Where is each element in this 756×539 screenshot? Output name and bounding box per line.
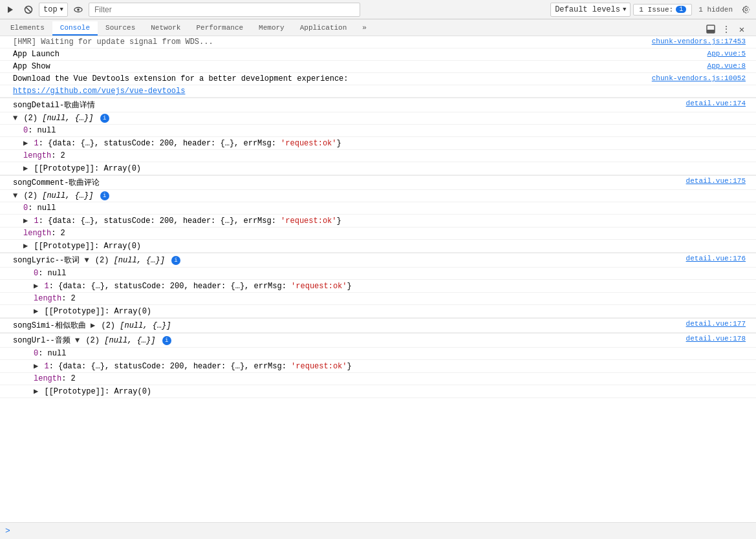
console-row-sd-0: 0: null [0, 125, 756, 137]
eye-button[interactable] [70, 3, 86, 17]
song-comment-arr-vals: [null, {…}] [42, 191, 93, 200]
issue-badge[interactable]: 1 Issue: 1 [633, 4, 692, 16]
filter-input[interactable] [89, 3, 360, 17]
su-length-key: length [34, 374, 61, 383]
su-proto-expand[interactable]: ▶ [34, 387, 38, 396]
sd-length-colon: : 2 [51, 151, 65, 160]
sd-1-expand[interactable]: ▶ [23, 139, 28, 148]
svg-rect-6 [707, 30, 715, 33]
svg-marker-0 [8, 6, 13, 13]
sl-1-expand[interactable]: ▶ [34, 282, 38, 291]
console-content-sc-1: ▶ 1: {data: {…}, statusCode: 200, header… [21, 216, 733, 226]
song-url-expand[interactable]: ▼ [75, 336, 80, 345]
console-row-song-detail-label: songDetail-歌曲详情 detail.vue:174 [0, 98, 756, 112]
console-row-sc-proto: ▶ [[Prototype]]: Array(0) [0, 240, 756, 253]
console-row-sc-0: 0: null [0, 202, 756, 215]
console-content-song-lyric-label: songLyric--歌词 ▼ (2) [null, {…}] i [10, 255, 673, 266]
hmr-source[interactable]: chunk-vendors.js:17453 [639, 37, 756, 45]
console-content-sl-0: 0: null [31, 269, 733, 278]
console-row-sc-length: length: 2 [0, 227, 756, 240]
tab-console[interactable]: Console [52, 21, 98, 36]
tab-more[interactable]: » [354, 21, 374, 36]
console-row-hmr: [HMR] Waiting for update signal from WDS… [0, 36, 756, 48]
console-row-song-url-label: songUrl--音频 ▼ (2) [null, {…}] i detail.v… [0, 333, 756, 348]
app-launch-source[interactable]: App.vue:5 [695, 50, 756, 58]
app-show-text: App Show [13, 62, 50, 71]
hmr-text: [HMR] Waiting for update signal from WDS… [13, 37, 213, 47]
song-lyric-source[interactable]: detail.vue:176 [673, 255, 756, 262]
song-detail-arr-text: (2) [23, 114, 42, 123]
console-row-app-show: App Show App.vue:8 [0, 61, 756, 73]
console-content-song-comment-label: songComment-歌曲评论 [10, 177, 673, 188]
console-content-sl-length: length: 2 [31, 294, 733, 303]
devtools-text: Download the Vue Devtools extension for … [13, 74, 348, 83]
song-simi-source[interactable]: detail.vue:177 [673, 320, 756, 328]
sd-1-text: 1: {data: {…}, statusCode: 200, header: … [34, 139, 341, 148]
console-content-app-show: App Show [10, 62, 695, 71]
song-comment-label-source[interactable]: detail.vue:175 [673, 177, 756, 185]
settings-button[interactable] [739, 3, 753, 17]
song-detail-arr-vals: [null, {…}] [42, 114, 93, 123]
console-content-sl-proto: ▶ [[Prototype]]: Array(0) [31, 306, 733, 316]
sc-1-text: 1: {data: {…}, statusCode: 200, header: … [34, 217, 341, 226]
app-show-source[interactable]: App.vue:8 [695, 62, 756, 70]
su-length-val: : 2 [61, 374, 76, 383]
sc-length-val: : 2 [51, 229, 65, 238]
song-lyric-expand[interactable]: ▼ [84, 256, 89, 265]
song-url-info-icon[interactable]: i [162, 336, 171, 345]
sl-proto-expand[interactable]: ▶ [34, 307, 38, 316]
tab-application[interactable]: Application [292, 21, 355, 36]
tab-performance[interactable]: Performance [188, 21, 251, 36]
song-simi-arr-text: (2) [101, 321, 120, 330]
sd-proto-expand[interactable]: ▶ [23, 164, 28, 173]
play-button[interactable] [3, 3, 18, 17]
devtools-link[interactable]: https://github.com/vuejs/vue-devtools [13, 87, 185, 96]
more-tools-button[interactable]: ⋮ [720, 23, 733, 36]
sl-1-text: 1: {data: {…}, statusCode: 200, header: … [44, 282, 351, 291]
sc-1-expand[interactable]: ▶ [23, 217, 28, 226]
levels-dropdown[interactable]: Default levels ▼ [550, 3, 631, 17]
devtools-source[interactable]: chunk-vendors.js:10052 [639, 74, 756, 82]
console-row-sl-proto: ▶ [[Prototype]]: Array(0) [0, 305, 756, 318]
console-prompt[interactable]: > [5, 526, 10, 536]
console-content-devtools: Download the Vue Devtools extension for … [10, 74, 639, 83]
dock-button[interactable] [704, 23, 717, 36]
chevron-down-icon: ▼ [60, 6, 63, 13]
song-detail-label-source[interactable]: detail.vue:174 [673, 100, 756, 107]
close-devtools-button[interactable]: ✕ [735, 23, 748, 36]
song-url-source[interactable]: detail.vue:178 [673, 335, 756, 343]
song-url-count: (2) [85, 336, 104, 345]
console-content-su-proto: ▶ [[Prototype]]: Array(0) [31, 386, 733, 396]
song-lyric-count: (2) [95, 256, 114, 265]
console-content-sd-proto: ▶ [[Prototype]]: Array(0) [21, 164, 733, 173]
console-row-su-0: 0: null [0, 348, 756, 360]
console-row-sd-proto: ▶ [[Prototype]]: Array(0) [0, 162, 756, 175]
sc-proto-expand[interactable]: ▶ [23, 242, 28, 251]
song-simi-expand[interactable]: ▶ [91, 321, 95, 330]
tab-network[interactable]: Network [143, 21, 188, 36]
clear-button[interactable] [21, 3, 36, 17]
console-row-song-detail-arr: ▼ (2) [null, {…}] i [0, 112, 756, 125]
song-comment-info-icon[interactable]: i [100, 191, 109, 200]
console-row-sd-length: length: 2 [0, 150, 756, 162]
song-comment-expand[interactable]: ▼ [13, 191, 17, 200]
console-content-song-detail-label: songDetail-歌曲详情 [10, 100, 673, 111]
context-dropdown[interactable]: top ▼ [39, 3, 68, 17]
tab-elements[interactable]: Elements [3, 21, 52, 36]
song-lyric-label-text: songLyric--歌词 [13, 256, 84, 265]
console-row-sl-length: length: 2 [0, 293, 756, 305]
tab-sources[interactable]: Sources [98, 21, 143, 36]
issue-count: 1 [676, 6, 686, 13]
tab-memory[interactable]: Memory [251, 21, 292, 36]
song-detail-info-icon[interactable]: i [100, 114, 109, 123]
sd-length-text: length [23, 151, 51, 160]
console-content-sc-length: length: 2 [21, 229, 733, 238]
console-row-su-1: ▶ 1: {data: {…}, statusCode: 200, header… [0, 360, 756, 373]
su-1-expand[interactable]: ▶ [34, 362, 38, 371]
console-row-song-lyric-label: songLyric--歌词 ▼ (2) [null, {…}] i detail… [0, 253, 756, 268]
console-row-sc-1: ▶ 1: {data: {…}, statusCode: 200, header… [0, 215, 756, 227]
sd-0-text: 0: null [23, 126, 56, 135]
song-detail-expand[interactable]: ▼ [13, 114, 17, 123]
console-row-sl-1: ▶ 1: {data: {…}, statusCode: 200, header… [0, 280, 756, 293]
song-lyric-info-icon[interactable]: i [171, 256, 180, 265]
